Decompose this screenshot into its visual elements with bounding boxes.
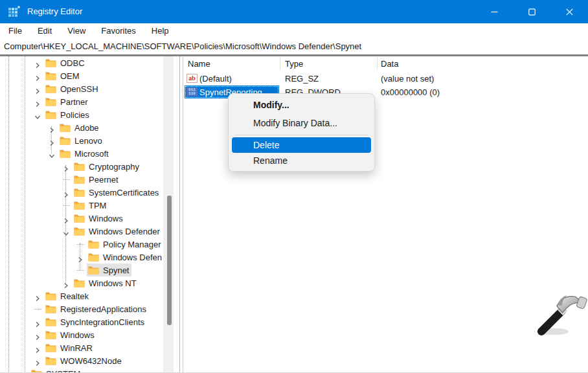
tree-connector [63,179,70,180]
tree-item-spynet[interactable]: Spynet [0,264,174,277]
tree-item-windows-nt[interactable]: Windows NT [0,277,174,289]
tree-scrollbar-thumb[interactable] [167,196,172,325]
tree-item-winrar[interactable]: WinRAR [0,341,174,354]
column-header-name[interactable]: Name [188,59,210,69]
chevron-right-icon[interactable] [34,357,41,364]
tree-item-content[interactable]: Partner [44,95,91,108]
tree-item-openssh[interactable]: OpenSSH [0,82,174,95]
tree-item-content[interactable]: Windows [73,212,126,225]
tree-item-content[interactable]: RegisteredApplications [44,302,149,315]
context-menu-delete[interactable]: Delete [232,137,371,153]
tree-item-content[interactable]: Realtek [44,289,91,302]
tree-item-content[interactable]: Adobe [58,121,102,134]
tree-item-label: TPM [89,201,106,210]
tree-item-content[interactable]: SyncIntegrationClients [44,315,147,328]
chevron-right-icon[interactable] [34,345,41,351]
chevron-right-icon[interactable] [76,254,84,260]
pane-splitter[interactable] [179,56,183,373]
menu-view[interactable]: View [60,23,93,39]
tree-item-label: Spynet [103,266,129,275]
tree-item-content[interactable]: Spynet [87,264,131,277]
context-menu-modify-binary-data[interactable]: Modify Binary Data... [229,114,374,132]
tree-item-policies[interactable]: Policies [0,108,174,121]
chevron-right-icon[interactable] [48,124,56,131]
tree-item-tpm[interactable]: TPM [0,199,174,212]
column-separator[interactable] [377,58,378,70]
tree-item-lenovo[interactable]: Lenovo [0,134,174,147]
tree-item-syncintegrationclients[interactable]: SyncIntegrationClients [0,315,174,328]
tree-item-system[interactable]: SYSTEM [0,367,174,373]
tree-item-content[interactable]: Windows NT [73,277,139,289]
tree-item-content[interactable]: ODBC [44,56,87,69]
column-separator[interactable] [280,58,280,70]
tree-item-systemcertificates[interactable]: SystemCertificates [0,186,174,199]
tree-item-label: Cryptography [89,162,139,172]
chevron-right-icon[interactable] [34,332,41,338]
chevron-right-icon[interactable] [62,163,70,170]
tree-item-adobe[interactable]: Adobe [0,121,174,134]
tree-item-policy-manager[interactable]: Policy Manager [0,238,174,251]
chevron-right-icon[interactable] [34,319,41,325]
tree-item-content[interactable]: WinRAR [44,341,95,354]
chevron-right-icon[interactable] [34,85,41,92]
chevron-right-icon[interactable] [62,189,70,196]
tree-item-content[interactable]: Lenovo [58,134,105,147]
chevron-right-icon[interactable] [62,215,70,221]
tree-item-peernet[interactable]: Peernet [0,173,174,186]
menu-edit[interactable]: Edit [30,23,60,39]
chevron-down-icon[interactable] [62,228,70,234]
context-menu-modify[interactable]: Modify... [229,96,374,114]
tree-item-content[interactable]: Microsoft [58,147,111,160]
tree-item-oem[interactable]: OEM [0,69,174,82]
folder-icon [74,162,85,171]
tree-item-microsoft[interactable]: Microsoft [0,147,174,160]
tree-item-odbc[interactable]: ODBC [0,56,174,69]
tree-item-content[interactable]: Peernet [73,173,121,186]
tree-item-content[interactable]: SystemCertificates [73,186,161,199]
close-button[interactable] [550,0,588,23]
menu-favorites[interactable]: Favorites [93,23,143,39]
tree-item-realtek[interactable]: Realtek [0,289,174,302]
minimize-button[interactable] [475,0,513,23]
context-menu-rename[interactable]: Rename [229,153,374,168]
column-header-type[interactable]: Type [285,59,303,69]
tree-item-content[interactable]: OEM [44,69,82,82]
tree-item-content[interactable]: Policy Manager [87,238,164,251]
chevron-down-icon[interactable] [34,111,41,118]
tree-item-content[interactable]: Windows Defender [73,225,163,238]
chevron-right-icon[interactable] [34,73,41,79]
chevron-right-icon[interactable] [34,293,41,299]
column-header-data[interactable]: Data [381,59,398,69]
tree-item-wow6432node[interactable]: WOW6432Node [0,354,174,367]
menu-help[interactable]: Help [144,23,177,39]
tree-item-windows-defender[interactable]: Windows Defender [0,225,174,238]
tree-item-cryptography[interactable]: Cryptography [0,160,174,173]
tree-item-label: Adobe [74,123,99,133]
tree-item-content[interactable]: SYSTEM [30,367,83,373]
tree-item-content[interactable]: OpenSSH [44,82,101,95]
tree-item-content[interactable]: TPM [73,199,109,212]
menu-file[interactable]: File [1,23,30,39]
chevron-right-icon[interactable] [62,280,70,286]
tree-item-registeredapplications[interactable]: RegisteredApplications [0,302,174,315]
value-row-default[interactable]: ab(Default)REG_SZ(value not set) [185,72,588,85]
tree-item-content[interactable]: Policies [44,108,92,121]
tree-item-windows-defen[interactable]: Windows Defen [0,251,174,264]
tree-item-label: Peernet [89,175,119,185]
tree-item-windows[interactable]: Windows [0,328,174,341]
address-input[interactable]: Computer\HKEY_LOCAL_MACHINE\SOFTWARE\Pol… [4,41,361,51]
tree-item-content[interactable]: Cryptography [73,160,142,173]
chevron-right-icon[interactable] [34,98,41,105]
chevron-down-icon[interactable] [48,150,56,157]
tree-item-content[interactable]: Windows [44,328,97,341]
tree-item-windows[interactable]: Windows [0,212,174,225]
chevron-right-icon[interactable] [48,137,56,144]
chevron-right-icon[interactable] [19,370,27,373]
tree-item-content[interactable]: Windows Defen [87,251,164,264]
folder-icon [45,317,56,326]
chevron-right-icon[interactable] [34,60,41,66]
maximize-button[interactable] [513,0,550,23]
tree-item-partner[interactable]: Partner [0,95,174,108]
tree-item-content[interactable]: WOW6432Node [44,354,124,367]
tree-scrollbar[interactable] [163,56,174,373]
